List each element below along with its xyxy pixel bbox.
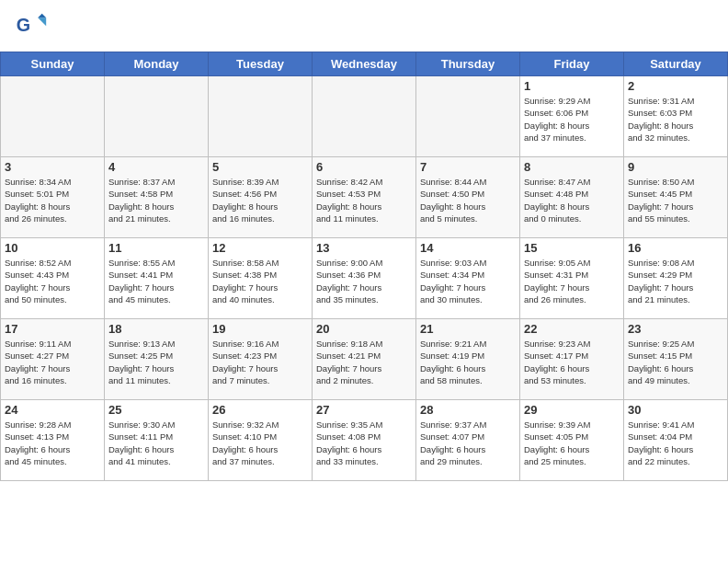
day-cell: 29Sunrise: 9:39 AM Sunset: 4:05 PM Dayli… (520, 400, 624, 481)
day-number: 27 (316, 403, 412, 417)
svg-marker-1 (38, 17, 46, 26)
day-number: 10 (5, 241, 100, 255)
day-cell: 16Sunrise: 9:08 AM Sunset: 4:29 PM Dayli… (624, 238, 728, 319)
day-number: 15 (524, 241, 620, 255)
day-cell: 1Sunrise: 9:29 AM Sunset: 6:06 PM Daylig… (520, 76, 624, 157)
day-cell: 25Sunrise: 9:30 AM Sunset: 4:11 PM Dayli… (105, 400, 209, 481)
day-info: Sunrise: 8:47 AM Sunset: 4:48 PM Dayligh… (524, 176, 620, 224)
day-info: Sunrise: 9:13 AM Sunset: 4:25 PM Dayligh… (108, 338, 204, 386)
day-number: 29 (524, 403, 620, 417)
day-info: Sunrise: 8:34 AM Sunset: 5:01 PM Dayligh… (5, 176, 100, 224)
day-number: 14 (420, 241, 516, 255)
calendar: SundayMondayTuesdayWednesdayThursdayFrid… (0, 52, 728, 481)
day-cell: 2Sunrise: 9:31 AM Sunset: 6:03 PM Daylig… (624, 76, 728, 157)
day-cell: 21Sunrise: 9:21 AM Sunset: 4:19 PM Dayli… (416, 319, 520, 400)
day-info: Sunrise: 8:58 AM Sunset: 4:38 PM Dayligh… (212, 257, 308, 305)
day-info: Sunrise: 9:30 AM Sunset: 4:11 PM Dayligh… (108, 419, 204, 467)
day-number: 8 (524, 160, 620, 174)
day-cell: 8Sunrise: 8:47 AM Sunset: 4:48 PM Daylig… (520, 157, 624, 238)
day-number: 20 (316, 322, 412, 336)
weekday-header-tuesday: Tuesday (209, 52, 313, 76)
day-cell: 15Sunrise: 9:05 AM Sunset: 4:31 PM Dayli… (520, 238, 624, 319)
day-cell: 28Sunrise: 9:37 AM Sunset: 4:07 PM Dayli… (416, 400, 520, 481)
day-cell: 4Sunrise: 8:37 AM Sunset: 4:58 PM Daylig… (105, 157, 209, 238)
day-cell (209, 76, 313, 157)
weekday-header-wednesday: Wednesday (313, 52, 416, 76)
day-cell: 17Sunrise: 9:11 AM Sunset: 4:27 PM Dayli… (1, 319, 105, 400)
day-info: Sunrise: 8:37 AM Sunset: 4:58 PM Dayligh… (108, 176, 204, 224)
day-cell: 23Sunrise: 9:25 AM Sunset: 4:15 PM Dayli… (624, 319, 728, 400)
day-info: Sunrise: 8:52 AM Sunset: 4:43 PM Dayligh… (5, 257, 100, 305)
weekday-header-saturday: Saturday (624, 52, 728, 76)
day-number: 17 (5, 322, 100, 336)
weekday-header-sunday: Sunday (1, 52, 105, 76)
day-number: 6 (316, 160, 412, 174)
day-cell: 11Sunrise: 8:55 AM Sunset: 4:41 PM Dayli… (105, 238, 209, 319)
day-number: 21 (420, 322, 516, 336)
day-cell: 6Sunrise: 8:42 AM Sunset: 4:53 PM Daylig… (313, 157, 416, 238)
day-cell (416, 76, 520, 157)
day-number: 18 (108, 322, 204, 336)
day-info: Sunrise: 9:11 AM Sunset: 4:27 PM Dayligh… (5, 338, 100, 386)
day-cell (1, 76, 105, 157)
logo-icon: G (15, 11, 48, 44)
day-cell: 3Sunrise: 8:34 AM Sunset: 5:01 PM Daylig… (1, 157, 105, 238)
day-info: Sunrise: 9:21 AM Sunset: 4:19 PM Dayligh… (420, 338, 516, 386)
day-number: 13 (316, 241, 412, 255)
day-cell: 22Sunrise: 9:23 AM Sunset: 4:17 PM Dayli… (520, 319, 624, 400)
weekday-header-thursday: Thursday (416, 52, 520, 76)
day-cell: 24Sunrise: 9:28 AM Sunset: 4:13 PM Dayli… (1, 400, 105, 481)
day-cell: 19Sunrise: 9:16 AM Sunset: 4:23 PM Dayli… (209, 319, 313, 400)
day-info: Sunrise: 8:50 AM Sunset: 4:45 PM Dayligh… (628, 176, 723, 224)
day-cell (105, 76, 209, 157)
day-info: Sunrise: 9:23 AM Sunset: 4:17 PM Dayligh… (524, 338, 620, 386)
day-cell: 12Sunrise: 8:58 AM Sunset: 4:38 PM Dayli… (209, 238, 313, 319)
day-number: 19 (212, 322, 308, 336)
day-cell: 9Sunrise: 8:50 AM Sunset: 4:45 PM Daylig… (624, 157, 728, 238)
day-info: Sunrise: 9:00 AM Sunset: 4:36 PM Dayligh… (316, 257, 412, 305)
day-number: 2 (628, 79, 723, 93)
day-info: Sunrise: 9:41 AM Sunset: 4:04 PM Dayligh… (628, 419, 723, 467)
day-number: 26 (212, 403, 308, 417)
day-info: Sunrise: 9:35 AM Sunset: 4:08 PM Dayligh… (316, 419, 412, 467)
day-info: Sunrise: 9:25 AM Sunset: 4:15 PM Dayligh… (628, 338, 723, 386)
day-number: 1 (524, 79, 620, 93)
day-number: 30 (628, 403, 723, 417)
day-number: 3 (5, 160, 100, 174)
svg-text:G: G (17, 15, 30, 35)
day-number: 28 (420, 403, 516, 417)
day-info: Sunrise: 8:55 AM Sunset: 4:41 PM Dayligh… (108, 257, 204, 305)
day-info: Sunrise: 9:31 AM Sunset: 6:03 PM Dayligh… (628, 95, 723, 144)
day-info: Sunrise: 9:03 AM Sunset: 4:34 PM Dayligh… (420, 257, 516, 305)
day-number: 12 (212, 241, 308, 255)
day-cell: 18Sunrise: 9:13 AM Sunset: 4:25 PM Dayli… (105, 319, 209, 400)
day-info: Sunrise: 8:42 AM Sunset: 4:53 PM Dayligh… (316, 176, 412, 224)
day-cell: 27Sunrise: 9:35 AM Sunset: 4:08 PM Dayli… (313, 400, 416, 481)
day-cell: 20Sunrise: 9:18 AM Sunset: 4:21 PM Dayli… (313, 319, 416, 400)
day-info: Sunrise: 9:08 AM Sunset: 4:29 PM Dayligh… (628, 257, 723, 305)
day-info: Sunrise: 9:28 AM Sunset: 4:13 PM Dayligh… (5, 419, 100, 467)
day-number: 5 (212, 160, 308, 174)
day-info: Sunrise: 9:18 AM Sunset: 4:21 PM Dayligh… (316, 338, 412, 386)
day-info: Sunrise: 8:39 AM Sunset: 4:56 PM Dayligh… (212, 176, 308, 224)
day-info: Sunrise: 9:39 AM Sunset: 4:05 PM Dayligh… (524, 419, 620, 467)
day-number: 4 (108, 160, 204, 174)
day-cell: 26Sunrise: 9:32 AM Sunset: 4:10 PM Dayli… (209, 400, 313, 481)
day-number: 16 (628, 241, 723, 255)
weekday-header-monday: Monday (105, 52, 209, 76)
day-number: 9 (628, 160, 723, 174)
day-cell (313, 76, 416, 157)
day-info: Sunrise: 9:05 AM Sunset: 4:31 PM Dayligh… (524, 257, 620, 305)
day-info: Sunrise: 8:44 AM Sunset: 4:50 PM Dayligh… (420, 176, 516, 224)
day-info: Sunrise: 9:37 AM Sunset: 4:07 PM Dayligh… (420, 419, 516, 467)
day-cell: 10Sunrise: 8:52 AM Sunset: 4:43 PM Dayli… (1, 238, 105, 319)
day-number: 11 (108, 241, 204, 255)
day-number: 23 (628, 322, 723, 336)
day-info: Sunrise: 9:32 AM Sunset: 4:10 PM Dayligh… (212, 419, 308, 467)
weekday-header-friday: Friday (520, 52, 624, 76)
svg-marker-2 (38, 14, 46, 18)
logo: G (15, 11, 51, 44)
day-cell: 13Sunrise: 9:00 AM Sunset: 4:36 PM Dayli… (313, 238, 416, 319)
day-info: Sunrise: 9:29 AM Sunset: 6:06 PM Dayligh… (524, 95, 620, 144)
day-number: 25 (108, 403, 204, 417)
